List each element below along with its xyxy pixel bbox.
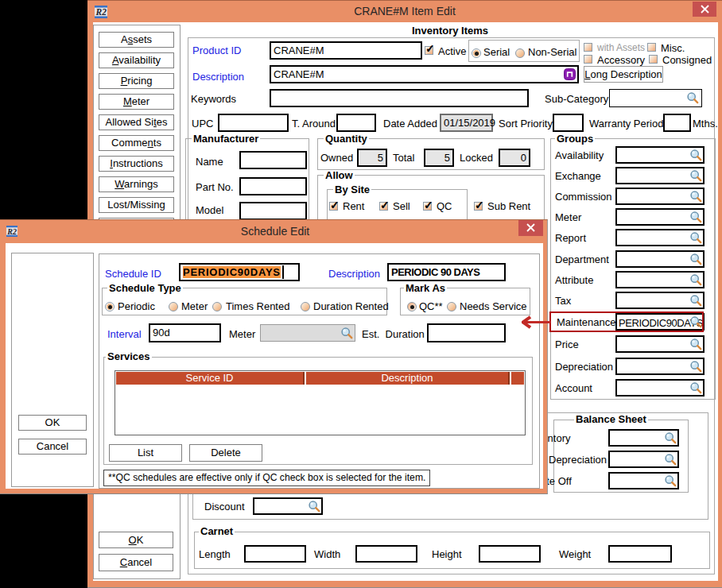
svg-text:R2: R2 [95,7,107,17]
svg-text:R2: R2 [6,227,17,236]
